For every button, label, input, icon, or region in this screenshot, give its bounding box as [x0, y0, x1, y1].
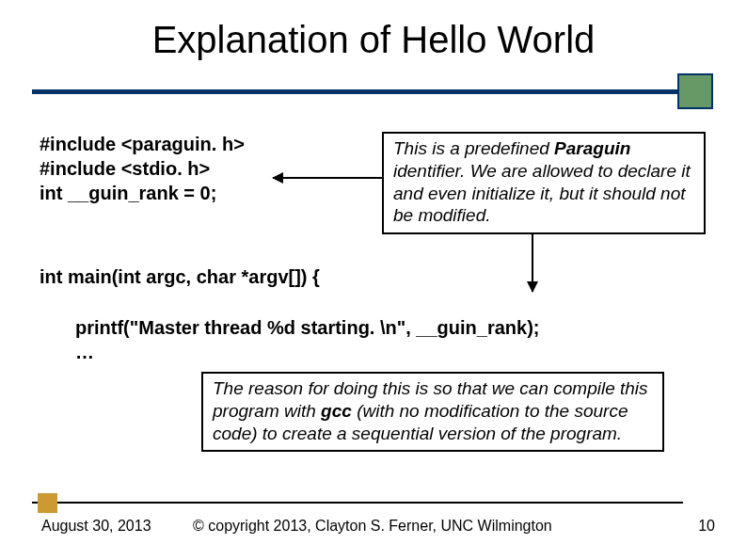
footer-decor-square — [38, 493, 57, 513]
callout-text: This is a predefined — [393, 138, 554, 158]
footer-rule — [32, 502, 683, 504]
page-number: 10 — [698, 518, 715, 535]
slide: Explanation of Hello World #include <par… — [0, 0, 747, 560]
arrow-down-icon — [532, 233, 533, 292]
code-block-body: printf("Master thread %d starting. \n", … — [75, 315, 539, 364]
callout-text: identifier. We are allowed to declare it… — [393, 161, 691, 226]
code-line-main: int main(int argc, char *argv[]) { — [40, 266, 320, 288]
title-rule — [32, 89, 683, 94]
title-decor-square — [677, 73, 713, 109]
callout-gcc-reason: The reason for doing this is so that we … — [201, 372, 664, 452]
callout-paraguin-identifier: This is a predefined Paraguin identifier… — [382, 132, 706, 234]
code-line: #include <paraguin. h> — [40, 132, 245, 156]
code-line: printf("Master thread %d starting. \n", … — [75, 315, 539, 340]
slide-title: Explanation of Hello World — [0, 0, 747, 61]
footer-date: August 30, 2013 — [41, 518, 151, 535]
code-block-includes: #include <paraguin. h> #include <stdio. … — [40, 132, 245, 205]
code-line: … — [75, 340, 539, 364]
arrow-left-icon — [273, 177, 382, 179]
code-line: #include <stdio. h> — [40, 156, 245, 181]
code-line: int __guin_rank = 0; — [40, 181, 245, 205]
callout-bold: gcc — [321, 401, 352, 421]
callout-bold: Paraguin — [554, 138, 630, 158]
footer-copyright: © copyright 2013, Clayton S. Ferner, UNC… — [193, 518, 552, 535]
